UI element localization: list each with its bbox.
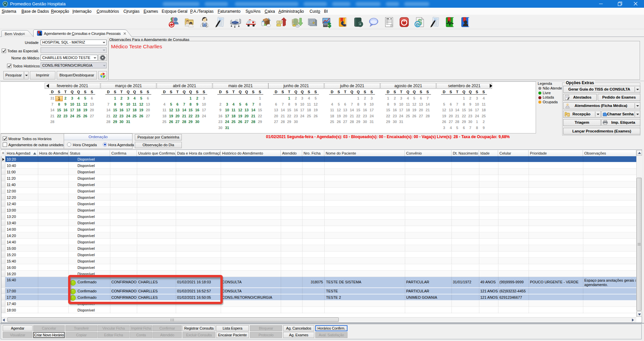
svg-text:$: $ xyxy=(328,22,331,28)
svg-text:e: e xyxy=(416,21,419,27)
